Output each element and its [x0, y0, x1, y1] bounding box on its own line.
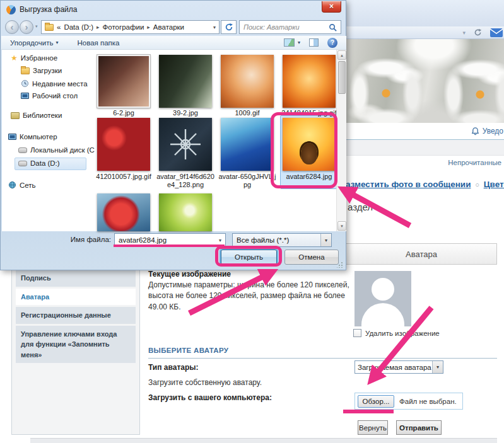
breadcrumb-separator: ▸ [147, 24, 150, 30]
menu-item-signature[interactable]: Подпись [16, 270, 136, 287]
browse-button[interactable]: Обзор... [358, 395, 394, 408]
choose-avatar-heading: ВЫБЕРИТЕ АВАТАРУ [148, 347, 497, 359]
history-dropdown-icon[interactable] [35, 24, 38, 29]
file-thumbnail[interactable] [221, 118, 274, 171]
file-name-selected[interactable]: avatar6284.jpg [279, 173, 339, 181]
file-thumbnail[interactable] [221, 55, 274, 108]
file-name[interactable]: 412010057.jpg.gif [93, 173, 154, 181]
desktop-icon [21, 93, 29, 99]
file-name[interactable]: avatar_9f14f6d620e4_128.png [155, 173, 216, 190]
sidebar-item-local-disk[interactable]: Локальный диск (C [18, 146, 95, 154]
breadcrumb-item-photos[interactable]: Фотографии [103, 23, 144, 31]
refresh-icon [225, 23, 233, 32]
bell-icon [471, 127, 479, 135]
sidebar-item-favorites[interactable]: Избранное [11, 54, 57, 62]
clock-icon [21, 79, 29, 88]
sidebar-label: Загрузки [33, 67, 62, 74]
filetype-value: Все файлы (*.*) [237, 236, 289, 244]
section-title-partial: аздел [348, 202, 373, 212]
refresh-button[interactable] [221, 20, 237, 34]
file-upload-input[interactable]: Обзор... Файл не выбран. [355, 393, 463, 410]
unread-link[interactable]: Непрочитанные [404, 159, 501, 166]
file-thumbnail[interactable] [97, 193, 150, 231]
avatar-type-select[interactable]: Загружаемая аватара [355, 360, 443, 374]
scroll-down-icon[interactable] [337, 221, 346, 231]
dialog-title-bar[interactable]: Выгрузка файла [1, 1, 346, 18]
cancel-button[interactable]: Отмена [284, 250, 339, 265]
file-thumbnail[interactable] [97, 55, 150, 108]
sidebar-label: Библиотеки [23, 112, 62, 119]
notification-label: Уведо [483, 127, 503, 135]
forward-button[interactable] [20, 20, 33, 34]
new-folder-button[interactable]: Новая папка [77, 39, 119, 47]
views-caret-icon[interactable] [298, 40, 300, 45]
file-name[interactable]: 241484915.jpg.gif [279, 109, 339, 117]
filename-input[interactable]: avatar6284.jpg [114, 233, 226, 247]
avatar-silhouette-head [372, 278, 394, 301]
sidebar-item-recent-places[interactable]: Недавние места [21, 79, 88, 88]
breadcrumb-item-drive[interactable]: Data (D:) [64, 23, 93, 31]
computer-icon [8, 134, 16, 140]
file-thumbnail[interactable] [283, 55, 336, 108]
filetype-caret-icon[interactable] [320, 234, 331, 246]
delete-image-row: Удалить изображение [353, 329, 440, 337]
file-thumbnail[interactable] [159, 193, 212, 231]
libraries-icon [11, 112, 20, 119]
help-icon[interactable] [327, 38, 337, 48]
avatar-type-value: Загружаемая аватара [358, 364, 431, 371]
annotation-underline-browse [343, 410, 394, 413]
file-thumbnail[interactable] [159, 118, 212, 171]
snowflake-image [168, 127, 203, 162]
resize-grip[interactable] [337, 262, 343, 268]
delete-image-checkbox[interactable] [353, 329, 361, 337]
breadcrumb-caret-icon[interactable] [213, 25, 216, 30]
scrollbar-thumb[interactable] [338, 61, 346, 94]
file-name[interactable]: 1009.gif [217, 109, 278, 117]
sidebar-item-desktop[interactable]: Рабочий стол [21, 92, 78, 100]
scrollbar[interactable] [336, 50, 346, 231]
sidebar-label: Компьютер [20, 133, 57, 141]
filetype-select[interactable]: Все файлы (*.*) [232, 233, 332, 247]
open-button[interactable]: Открыть [221, 250, 277, 265]
dialog-close-button[interactable]: × [322, 1, 341, 13]
sidebar-label: Сеть [20, 181, 36, 189]
organize-caret-icon [56, 40, 58, 45]
toolbar-right-icons [284, 38, 337, 48]
color-link[interactable]: Цвето [484, 180, 504, 189]
file-thumbnail-selected[interactable] [283, 118, 336, 171]
file-name[interactable]: avatar-650gJHVL.jpg [217, 173, 278, 190]
menu-item-login-keys[interactable]: Управление ключами входа для функции «За… [16, 326, 136, 364]
sidebar-item-downloads[interactable]: Загрузки [21, 67, 62, 74]
notification-row[interactable]: Уведо [346, 123, 504, 140]
avatar-placeholder [355, 271, 411, 326]
globe-icon [8, 181, 16, 189]
menu-item-avatar[interactable]: Аватара [16, 289, 136, 306]
upload-from-computer-label: Загрузить с вашего компьютера: [148, 393, 272, 402]
back-button[interactable] [5, 20, 19, 34]
file-name[interactable]: 39-2.jpg [155, 109, 216, 117]
file-name[interactable]: 6-2.jpg [93, 109, 154, 117]
views-icon[interactable] [284, 38, 295, 47]
breadcrumb[interactable]: « Data (D:) ▸ Фотографии ▸ Аватарки [41, 20, 220, 34]
sidebar-item-data-drive[interactable]: Data (D:) [18, 159, 60, 167]
reload-icon[interactable] [474, 28, 482, 37]
upload-hint-text: Загрузите собственную аватару. [148, 378, 262, 387]
preview-pane-icon[interactable] [309, 38, 319, 47]
sidebar-item-network[interactable]: Сеть [8, 181, 36, 189]
filename-caret-icon[interactable] [219, 238, 221, 243]
breadcrumb-item-avatars[interactable]: Аватарки [153, 23, 184, 31]
mail-icon[interactable] [490, 28, 503, 37]
sidebar-item-libraries[interactable]: Библиотеки [11, 112, 62, 119]
reset-button[interactable]: Вернуть [358, 420, 388, 435]
submit-button[interactable]: Отправить [396, 420, 442, 435]
scroll-up-icon[interactable] [337, 50, 346, 60]
sidebar-item-computer[interactable]: Компьютер [8, 133, 57, 141]
file-thumbnail[interactable] [97, 118, 150, 171]
menu-item-registration[interactable]: Регистрационные данные [16, 307, 136, 324]
file-thumbnail[interactable] [159, 55, 212, 108]
search-input[interactable]: Поиск: Аватарки [239, 20, 341, 34]
organize-menu[interactable]: Упорядочить [10, 39, 58, 47]
photo-post-link[interactable]: азместить фото в сообщении [346, 180, 471, 189]
select-caret-icon[interactable] [432, 361, 443, 373]
dropdown-arrow-icon[interactable] [462, 30, 466, 36]
